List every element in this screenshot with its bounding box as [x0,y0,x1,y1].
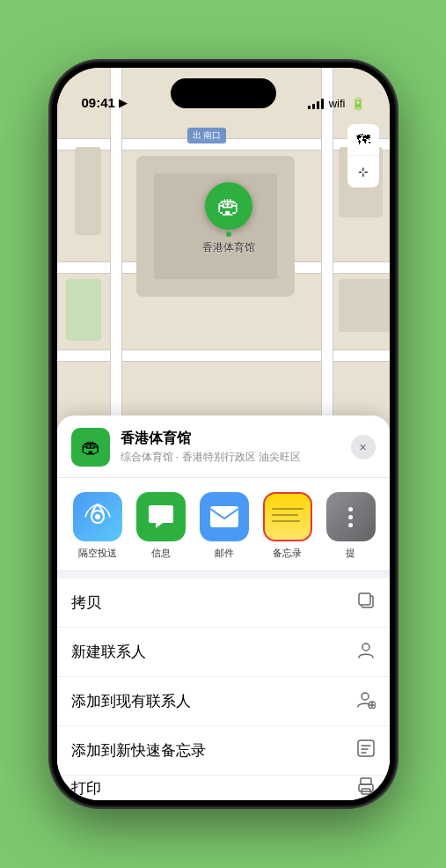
location-button[interactable]: ⊹ [347,156,379,188]
share-notes[interactable]: 备忘录 [261,492,314,560]
notes-lines [272,508,303,522]
more-icon [326,492,376,541]
sheet-venue-icon: 🏟 [71,428,110,467]
print-icon [356,776,376,800]
bar4 [321,99,324,109]
notes-line-1 [272,508,303,510]
close-icon: × [359,440,366,454]
nankou-text: 南口 [203,130,221,140]
svg-rect-2 [210,506,238,527]
sheet-close-button[interactable]: × [351,435,376,460]
mail-label: 邮件 [215,547,234,560]
map-area[interactable]: 出 南口 🗺 ⊹ 🏟 香港体育馆 [57,68,390,438]
status-time: 09:41 ▶ [82,95,127,110]
bar1 [308,106,311,109]
road-v1 [110,68,122,438]
sheet-title-area: 香港体育馆 综合体育馆 · 香港特别行政区 油尖旺区 [121,430,340,465]
signal-bars [308,99,324,109]
block1 [75,147,101,235]
action-add-existing[interactable]: 添加到现有联系人 [57,677,390,726]
add-notes-icon [356,739,376,762]
dot2 [348,515,353,519]
location-icon: ⊹ [358,165,369,179]
svg-rect-4 [359,593,370,605]
clock: 09:41 [82,95,115,110]
sheet-header: 🏟 香港体育馆 综合体育馆 · 香港特别行政区 油尖旺区 × [57,416,390,478]
sheet-subtitle: 综合体育馆 · 香港特别行政区 油尖旺区 [121,450,340,465]
phone-frame: 09:41 ▶ wifi 🔋 [52,63,395,805]
action-print[interactable]: 打印 [57,776,390,800]
dynamic-island [171,78,276,108]
phone-screen: 09:41 ▶ wifi 🔋 [57,68,390,800]
stadium-pin: 🏟 香港体育馆 [202,182,255,255]
pin-dot [226,232,231,237]
notes-line-3 [272,520,300,522]
copy-label: 拷贝 [71,592,101,613]
nankou-prefix: 出 [193,130,201,140]
map-icon: 🗺 [356,132,370,148]
airdrop-icon [73,492,122,541]
pin-label: 香港体育馆 [202,240,255,255]
share-more[interactable]: 提 [325,492,377,560]
new-contact-label: 新建联系人 [71,642,146,662]
action-copy[interactable]: 拷贝 [57,578,390,628]
notes-icon [263,492,312,541]
map-type-button[interactable]: 🗺 [347,124,379,156]
bottom-sheet: 🏟 香港体育馆 综合体育馆 · 香港特别行政区 油尖旺区 × [57,416,390,800]
svg-point-5 [362,644,369,651]
copy-icon [356,591,376,614]
battery-icon: 🔋 [351,97,365,110]
add-existing-icon [356,689,376,713]
svg-rect-14 [361,778,371,784]
messages-icon [136,492,186,541]
action-new-contact[interactable]: 新建联系人 [57,628,390,677]
share-mail[interactable]: 邮件 [198,492,251,560]
add-existing-label: 添加到现有联系人 [71,691,191,711]
share-airdrop[interactable]: 隔空投送 [71,492,124,560]
new-contact-icon [356,640,376,664]
share-messages[interactable]: 信息 [135,492,187,560]
messages-label: 信息 [151,547,171,560]
print-label: 打印 [71,778,101,798]
svg-point-1 [95,514,100,519]
share-row: 隔空投送 信息 [57,478,390,571]
bar3 [317,101,319,109]
block3 [339,279,390,332]
action-add-notes[interactable]: 添加到新快速备忘录 [57,726,390,776]
mail-icon [200,492,249,541]
location-arrow-icon: ▶ [119,97,127,109]
road-h3 [57,349,390,362]
right-indicator [388,492,390,560]
pin-icon: 🏟 [205,182,252,230]
dot3 [348,523,353,527]
bar2 [312,104,315,109]
green-block1 [66,279,101,341]
wifi-icon: wifi [329,97,346,110]
notes-line-2 [272,514,299,516]
more-dots [348,507,353,527]
svg-point-6 [362,693,369,700]
road-v2 [321,68,333,438]
action-list: 拷贝 新建联系人 [57,578,390,800]
status-icons: wifi 🔋 [308,97,365,110]
nankou-label: 出 南口 [187,128,227,143]
svg-rect-10 [358,740,374,756]
more-label: 提 [346,547,355,560]
sheet-title: 香港体育馆 [121,430,340,448]
map-controls[interactable]: 🗺 ⊹ [347,124,379,188]
add-notes-label: 添加到新快速备忘录 [71,740,206,761]
dot1 [348,507,353,511]
airdrop-label: 隔空投送 [78,547,117,560]
notes-label: 备忘录 [273,547,302,560]
